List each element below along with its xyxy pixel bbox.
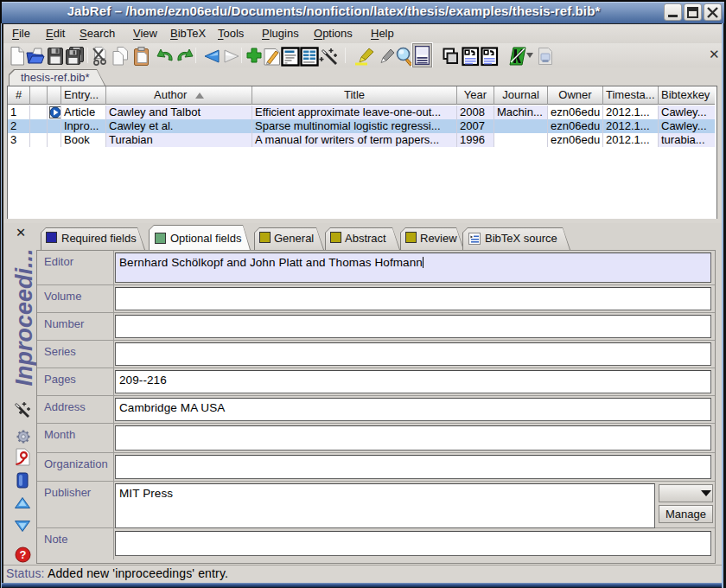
svg-text:?: ? [20, 548, 27, 561]
